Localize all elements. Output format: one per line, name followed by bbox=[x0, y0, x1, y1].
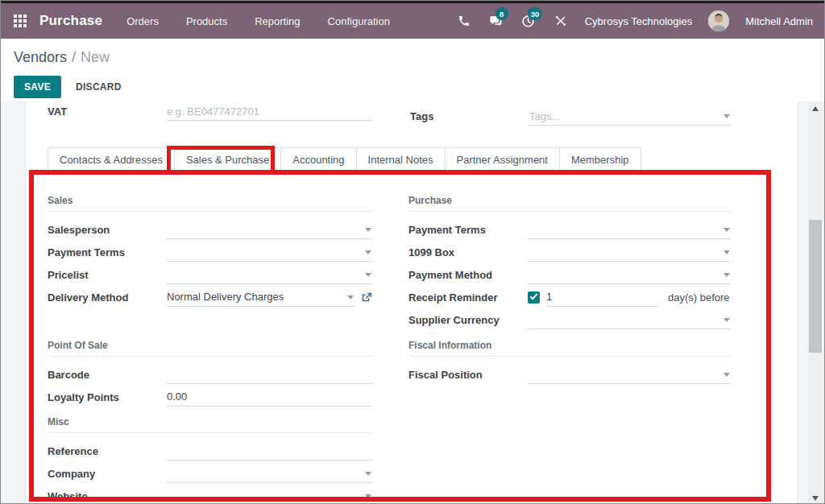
tags-field[interactable] bbox=[529, 107, 731, 126]
salesperson-input[interactable] bbox=[167, 223, 372, 235]
company-field[interactable] bbox=[167, 465, 372, 483]
payment-method-field[interactable] bbox=[528, 266, 731, 284]
barcode-field[interactable] bbox=[167, 366, 372, 384]
chevron-down-icon[interactable] bbox=[723, 318, 730, 322]
chevron-down-icon[interactable] bbox=[365, 250, 371, 254]
app-name[interactable]: Purchase bbox=[39, 13, 102, 29]
field-row-payment-terms-purchase: Payment Terms bbox=[408, 218, 731, 241]
chevron-down-icon[interactable] bbox=[723, 273, 730, 277]
supplier-currency-input[interactable] bbox=[528, 313, 731, 325]
salesperson-field[interactable] bbox=[167, 221, 372, 239]
phone-icon[interactable] bbox=[456, 13, 472, 29]
breadcrumb: Vendors/New bbox=[14, 49, 811, 66]
fiscal-position-input[interactable] bbox=[528, 368, 731, 380]
breadcrumb-vendors[interactable]: Vendors bbox=[14, 49, 67, 65]
reference-field[interactable] bbox=[167, 442, 372, 461]
loyalty-points-input[interactable] bbox=[167, 390, 372, 403]
navbar-right: 8 30 Cybrosys Technologies Mitchell Admi… bbox=[456, 10, 813, 31]
payment-terms-label: Payment Terms bbox=[48, 246, 167, 258]
purchase-payment-terms-input[interactable] bbox=[528, 223, 731, 235]
field-row-1099-box: 1099 Box bbox=[408, 241, 731, 263]
reference-label: Reference bbox=[48, 445, 167, 457]
activities-icon[interactable]: 30 bbox=[520, 13, 537, 29]
field-row-salesperson: Salesperson bbox=[48, 218, 372, 241]
user-avatar[interactable] bbox=[708, 10, 729, 31]
tab-partner-assignment[interactable]: Partner Assignment bbox=[445, 147, 560, 172]
breadcrumb-current: New bbox=[81, 49, 110, 65]
website-label: Website bbox=[48, 490, 167, 502]
payment-method-input[interactable] bbox=[528, 268, 731, 280]
fiscal-position-field[interactable] bbox=[528, 366, 731, 384]
company-label: Company bbox=[48, 468, 167, 480]
vat-input[interactable] bbox=[167, 105, 372, 118]
field-row-company: Company bbox=[48, 462, 372, 485]
field-row-payment-terms-sales: Payment Terms bbox=[48, 241, 372, 263]
breadcrumb-separator: / bbox=[72, 49, 76, 65]
pricelist-field[interactable] bbox=[167, 266, 372, 284]
notebook-tabs: Contacts & Addresses Sales & Purchase Ac… bbox=[48, 147, 641, 172]
purchase-payment-terms-field[interactable] bbox=[528, 221, 731, 239]
website-input[interactable] bbox=[167, 490, 372, 502]
tools-icon[interactable] bbox=[553, 13, 569, 29]
receipt-reminder-suffix: day(s) before bbox=[668, 291, 730, 304]
scrollbar-thumb[interactable] bbox=[809, 220, 822, 353]
group-fiscal-information: Fiscal Information Fiscal Position bbox=[408, 340, 731, 386]
box-1099-input[interactable] bbox=[528, 246, 731, 258]
tab-sales-purchase[interactable]: Sales & Purchase bbox=[174, 147, 281, 172]
delivery-method-field[interactable] bbox=[167, 288, 354, 307]
delivery-method-input[interactable] bbox=[167, 291, 354, 303]
external-link-icon[interactable] bbox=[361, 291, 372, 303]
field-row-website: Website bbox=[48, 485, 372, 504]
loyalty-points-field[interactable] bbox=[167, 388, 372, 407]
payment-method-label: Payment Method bbox=[408, 269, 528, 281]
menu-orders[interactable]: Orders bbox=[126, 15, 159, 27]
receipt-reminder-days-field[interactable] bbox=[546, 288, 659, 307]
company-switcher[interactable]: Cybrosys Technologies bbox=[585, 15, 692, 27]
chevron-down-icon[interactable] bbox=[365, 228, 371, 232]
tags-input[interactable] bbox=[529, 110, 731, 122]
group-title-sales: Sales bbox=[48, 195, 372, 212]
reference-input[interactable] bbox=[167, 444, 372, 456]
chevron-down-icon[interactable] bbox=[723, 373, 730, 377]
loyalty-points-label: Loyalty Points bbox=[48, 391, 167, 403]
vertical-scrollbar[interactable] bbox=[808, 101, 823, 504]
field-row-payment-method: Payment Method bbox=[408, 263, 731, 286]
barcode-input[interactable] bbox=[167, 368, 372, 380]
chevron-down-icon[interactable] bbox=[723, 114, 730, 118]
activities-badge: 30 bbox=[528, 7, 543, 20]
save-button[interactable]: SAVE bbox=[14, 76, 61, 98]
chevron-down-icon[interactable] bbox=[365, 494, 371, 498]
chevron-down-icon[interactable] bbox=[723, 250, 730, 254]
company-input[interactable] bbox=[167, 467, 372, 479]
menu-configuration[interactable]: Configuration bbox=[328, 15, 390, 27]
tab-internal-notes[interactable]: Internal Notes bbox=[356, 147, 446, 172]
menu-reporting[interactable]: Reporting bbox=[255, 15, 300, 27]
website-field[interactable] bbox=[167, 487, 372, 504]
arrow-up-icon bbox=[812, 106, 819, 111]
sales-payment-terms-input[interactable] bbox=[167, 246, 372, 258]
discard-button[interactable]: DISCARD bbox=[73, 76, 125, 98]
tab-accounting[interactable]: Accounting bbox=[280, 147, 356, 172]
box-1099-field[interactable] bbox=[528, 243, 731, 262]
chevron-down-icon[interactable] bbox=[365, 273, 371, 277]
chevron-down-icon[interactable] bbox=[723, 228, 730, 232]
messages-icon[interactable]: 8 bbox=[488, 13, 504, 29]
chevron-down-icon[interactable] bbox=[365, 472, 371, 476]
control-panel: Vendors/New SAVE DISCARD bbox=[1, 39, 824, 101]
receipt-reminder-checkbox[interactable] bbox=[528, 291, 540, 304]
supplier-currency-field[interactable] bbox=[528, 311, 731, 329]
tab-contacts-addresses[interactable]: Contacts & Addresses bbox=[48, 147, 175, 172]
menu-products[interactable]: Products bbox=[186, 15, 227, 27]
tab-membership[interactable]: Membership bbox=[559, 147, 641, 172]
sales-payment-terms-field[interactable] bbox=[167, 243, 372, 262]
scroll-down-button[interactable] bbox=[808, 491, 823, 504]
user-menu[interactable]: Mitchell Admin bbox=[745, 15, 813, 27]
scroll-up-button[interactable] bbox=[808, 101, 823, 115]
apps-grid-icon[interactable] bbox=[14, 14, 27, 27]
chevron-down-icon[interactable] bbox=[347, 295, 354, 300]
pricelist-input[interactable] bbox=[167, 268, 372, 280]
vat-field[interactable] bbox=[167, 102, 372, 121]
messages-badge: 8 bbox=[495, 7, 508, 20]
receipt-reminder-days-input[interactable] bbox=[546, 291, 659, 303]
group-title-fiscal: Fiscal Information bbox=[408, 340, 731, 357]
